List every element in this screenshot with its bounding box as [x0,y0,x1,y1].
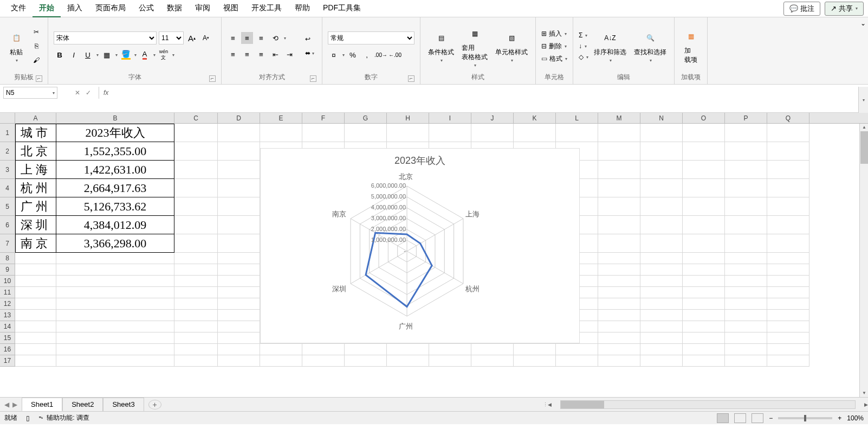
cell-O3[interactable] [683,161,725,179]
row-header-6[interactable]: 6 [0,216,15,234]
cell-J17[interactable] [471,355,514,367]
cell-M8[interactable] [598,253,640,264]
cell-A6[interactable]: 深圳 [15,216,56,234]
confirm-formula-button[interactable]: ✓ [86,89,91,97]
cell-Q14[interactable] [767,321,809,332]
italic-button[interactable]: I [68,49,80,61]
column-header-H[interactable]: H [387,113,429,123]
cell-P11[interactable] [725,287,767,298]
cell-Q3[interactable] [767,161,809,179]
row-header-8[interactable]: 8 [0,253,15,264]
cell-H17[interactable] [387,355,429,367]
name-box[interactable]: N5▾ [3,87,57,99]
cell-H1[interactable] [387,124,429,142]
scroll-up-button[interactable]: ▲ [860,124,868,131]
cell-C16[interactable] [174,344,218,355]
column-header-N[interactable]: N [640,113,683,123]
cell-A9[interactable] [15,264,56,276]
row-header-9[interactable]: 9 [0,264,15,276]
row-header-3[interactable]: 3 [0,161,15,179]
delete-cells-button[interactable]: ⊟删除▾ [541,42,567,51]
cell-D11[interactable] [218,287,260,298]
cut-button[interactable]: ✂ [30,26,42,38]
cell-E1[interactable] [260,124,302,142]
cell-D8[interactable] [218,253,260,264]
font-family-select[interactable]: 宋体 [54,31,157,44]
column-header-G[interactable]: G [345,113,387,123]
cell-N1[interactable] [640,124,683,142]
cell-B15[interactable] [56,332,174,344]
cell-N14[interactable] [640,321,683,332]
cell-A7[interactable]: 南京 [15,234,56,253]
orientation-button[interactable]: ⟲ [269,32,281,44]
cell-P15[interactable] [725,332,767,344]
column-header-P[interactable]: P [725,113,767,123]
cell-D12[interactable] [218,298,260,310]
increase-indent-button[interactable]: ⇥ [283,48,295,60]
cell-O4[interactable] [683,179,725,197]
number-format-select[interactable]: 常规 [328,31,414,44]
cell-D6[interactable] [218,216,260,234]
cell-C12[interactable] [174,298,218,310]
zoom-slider[interactable] [778,417,832,419]
cell-Q10[interactable] [767,276,809,287]
cell-N6[interactable] [640,216,683,234]
normal-view-button[interactable] [717,413,729,423]
fill-color-button[interactable]: 🪣 [120,49,132,61]
cell-P14[interactable] [725,321,767,332]
cell-O5[interactable] [683,197,725,216]
cell-B9[interactable] [56,264,174,276]
column-header-D[interactable]: D [218,113,260,123]
cell-B2[interactable]: 1,552,355.00 [56,142,174,161]
cell-O13[interactable] [683,310,725,321]
macro-icon[interactable]: ▯ [26,414,30,422]
bold-button[interactable]: B [54,49,66,61]
cell-O9[interactable] [683,264,725,276]
autosum-button[interactable]: Σ▾ [579,31,588,39]
cell-P9[interactable] [725,264,767,276]
column-header-O[interactable]: O [683,113,725,123]
cell-P10[interactable] [725,276,767,287]
sheet-tab-Sheet1[interactable]: Sheet1 [22,398,62,411]
cell-K17[interactable] [514,355,556,367]
cell-D2[interactable] [218,142,260,161]
fx-icon[interactable]: fx [99,87,113,99]
cell-A8[interactable] [15,253,56,264]
cell-M10[interactable] [598,276,640,287]
column-header-E[interactable]: E [260,113,302,123]
menu-帮助[interactable]: 帮助 [288,0,316,17]
cell-P7[interactable] [725,234,767,253]
addins-button[interactable]: ▦加 载项 [680,27,702,66]
column-header-L[interactable]: L [556,113,598,123]
accessibility-status[interactable]: ᯓ 辅助功能: 调查 [38,413,89,423]
cell-D5[interactable] [218,197,260,216]
menu-视图[interactable]: 视图 [217,0,245,17]
cell-A1[interactable]: 城市 [15,124,56,142]
cell-P8[interactable] [725,253,767,264]
cell-C13[interactable] [174,310,218,321]
column-header-M[interactable]: M [598,113,640,123]
cell-A17[interactable] [15,355,56,367]
cell-M9[interactable] [598,264,640,276]
copy-button[interactable]: ⎘ [30,40,42,52]
vertical-scrollbar[interactable]: ▲ ▼ [859,124,868,397]
menu-PDF工具集[interactable]: PDF工具集 [316,0,367,17]
cell-C9[interactable] [174,264,218,276]
cell-N12[interactable] [640,298,683,310]
row-header-10[interactable]: 10 [0,276,15,287]
cell-F17[interactable] [302,355,345,367]
align-center-button[interactable]: ≡ [241,48,253,60]
cell-B3[interactable]: 1,422,631.00 [56,161,174,179]
cell-O7[interactable] [683,234,725,253]
format-painter-button[interactable]: 🖌 [30,54,42,66]
cell-O2[interactable] [683,142,725,161]
formula-expand-button[interactable]: ▾ [858,87,868,113]
cell-A15[interactable] [15,332,56,344]
cell-B16[interactable] [56,344,174,355]
paste-button[interactable]: 📋 粘贴▾ [5,28,27,64]
increase-decimal-button[interactable]: .00→ [375,49,387,61]
column-header-A[interactable]: A [15,113,56,123]
cell-P12[interactable] [725,298,767,310]
cell-O11[interactable] [683,287,725,298]
merge-button[interactable]: ⬌▾ [303,48,316,58]
